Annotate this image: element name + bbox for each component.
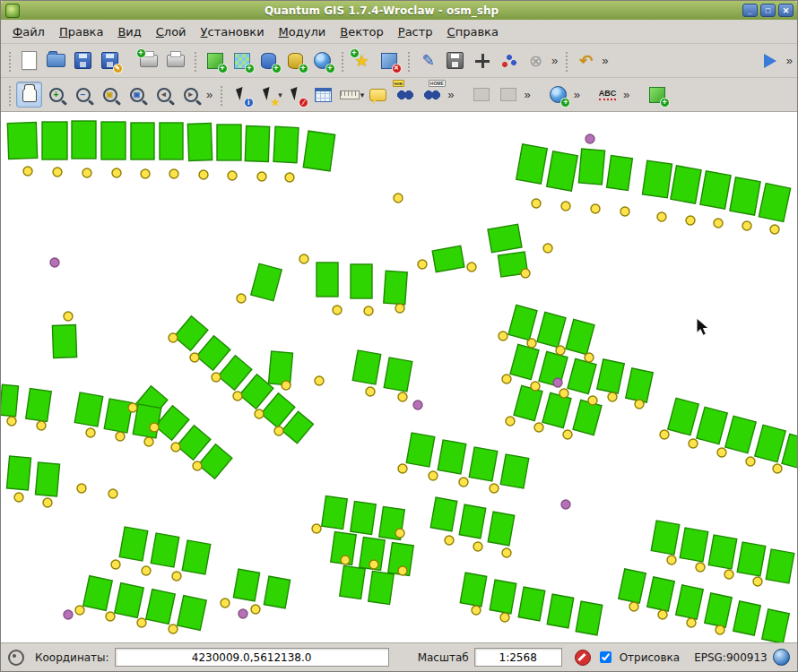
maximize-button[interactable]: □ xyxy=(760,4,776,17)
building-polygon xyxy=(178,596,207,631)
toolbar-overflow-button[interactable]: » xyxy=(446,88,455,101)
text-annotation-button[interactable] xyxy=(496,82,522,108)
crs-globe-icon[interactable] xyxy=(773,649,790,666)
menu-raster[interactable]: Растр xyxy=(392,22,439,41)
node-tool-button[interactable] xyxy=(496,47,522,73)
undo-button[interactable] xyxy=(573,47,599,73)
zoom-last-button[interactable] xyxy=(151,82,177,108)
show-bookmarks-button[interactable]: HOME xyxy=(419,82,445,108)
mouse-cursor xyxy=(697,318,708,335)
menu-file[interactable]: Файл xyxy=(6,22,51,41)
measure-button[interactable] xyxy=(337,82,363,108)
map-tip-bubble-icon xyxy=(369,85,388,105)
toolbar-overflow-button[interactable]: » xyxy=(785,54,794,67)
coordinates-input[interactable] xyxy=(115,648,389,667)
menu-view[interactable]: Вид xyxy=(111,22,147,41)
zoom-out-button[interactable] xyxy=(70,82,96,108)
point-feature xyxy=(23,167,32,176)
toolbar-overflow-button[interactable]: » xyxy=(600,54,610,67)
toolbar-grip[interactable] xyxy=(7,50,12,72)
delete-selected-button[interactable] xyxy=(523,47,549,73)
minimize-button[interactable]: _ xyxy=(742,4,758,17)
building-polygon xyxy=(351,264,372,298)
zoom-in-icon xyxy=(47,85,66,105)
map-canvas[interactable] xyxy=(1,112,797,642)
building-polygon xyxy=(245,126,269,162)
print-button[interactable] xyxy=(162,47,188,73)
render-checkbox[interactable] xyxy=(600,651,612,663)
toolbar-grip[interactable] xyxy=(7,84,12,106)
menu-vector[interactable]: Вектор xyxy=(334,22,390,41)
deselect-features-button[interactable] xyxy=(283,82,309,108)
toolbar-grip[interactable] xyxy=(564,50,568,72)
new-shapefile-layer-button[interactable] xyxy=(349,47,375,73)
point-feature xyxy=(502,375,511,383)
close-button[interactable]: ✕ xyxy=(778,4,794,17)
zoom-to-selection-button[interactable] xyxy=(124,82,150,108)
identify-button[interactable] xyxy=(228,82,254,108)
stop-render-icon[interactable] xyxy=(575,650,591,666)
building-polygon xyxy=(72,121,96,159)
toolbar-overflow-button[interactable]: » xyxy=(572,88,582,101)
point-feature xyxy=(169,169,178,178)
menu-plugins[interactable]: Модули xyxy=(273,22,333,41)
point-feature xyxy=(502,548,511,557)
new-bookmark-button[interactable]: нов xyxy=(392,82,418,108)
toolbar-overflow-button[interactable]: » xyxy=(550,54,559,67)
pan-button[interactable] xyxy=(16,82,42,108)
add-raster-layer-icon xyxy=(232,51,252,71)
select-features-button[interactable] xyxy=(255,82,281,108)
add-vector-layer-button[interactable] xyxy=(202,47,228,73)
point-feature xyxy=(190,353,199,362)
building-polygon xyxy=(514,385,542,420)
open-attribute-table-button[interactable] xyxy=(310,82,336,108)
building-polygon xyxy=(317,263,338,297)
building-polygon xyxy=(671,166,701,203)
building-polygon xyxy=(251,263,282,301)
move-feature-button[interactable] xyxy=(469,47,495,73)
point-feature xyxy=(7,417,16,426)
toolbar-grip[interactable] xyxy=(193,50,197,72)
point-feature xyxy=(116,432,125,441)
toggle-editing-button[interactable] xyxy=(415,47,441,73)
add-raster-layer-button[interactable] xyxy=(229,47,255,73)
toolbar-overflow-button[interactable]: » xyxy=(621,88,631,101)
building-polygon xyxy=(131,123,154,159)
save-project-as-button[interactable] xyxy=(97,47,123,73)
web-globe-button[interactable] xyxy=(545,82,571,108)
new-print-composer-button[interactable] xyxy=(135,47,161,73)
zoom-in-button[interactable] xyxy=(43,82,69,108)
menu-edit[interactable]: Правка xyxy=(53,22,109,41)
scale-input[interactable] xyxy=(474,648,562,667)
toolbar-overflow-button[interactable]: » xyxy=(523,88,533,101)
building-polygon xyxy=(490,580,516,614)
menu-help[interactable]: Справка xyxy=(441,22,505,41)
whats-this-button[interactable] xyxy=(758,47,784,73)
zoom-full-button[interactable] xyxy=(97,82,123,108)
add-postgis-layer-button[interactable] xyxy=(256,47,282,73)
toolbar-grip[interactable] xyxy=(219,84,223,106)
remove-layer-button[interactable] xyxy=(376,47,402,73)
zoom-next-button[interactable] xyxy=(178,82,204,108)
new-project-button[interactable] xyxy=(16,47,42,73)
menu-layer[interactable]: Слой xyxy=(150,22,193,41)
labeling-button[interactable]: ABC xyxy=(594,82,620,108)
toolbar-grip[interactable] xyxy=(340,50,344,72)
zoom-last-icon xyxy=(154,85,174,105)
menu-settings[interactable]: Установки xyxy=(195,22,271,41)
titlebar[interactable]: Quantum GIS 1.7.4-Wroclaw - osm_shp _ □ … xyxy=(1,1,797,20)
toolbar-grip[interactable] xyxy=(406,50,411,72)
save-edits-button[interactable] xyxy=(442,47,468,73)
toolbar-overflow-button[interactable]: » xyxy=(204,88,214,101)
building-polygon xyxy=(576,601,603,635)
point-feature xyxy=(527,339,536,348)
map-composer-button[interactable] xyxy=(644,82,670,108)
map-tips-button[interactable] xyxy=(365,82,391,108)
annotation-button[interactable] xyxy=(469,82,495,108)
add-spatialite-layer-button[interactable] xyxy=(282,47,308,73)
save-project-button[interactable] xyxy=(70,47,96,73)
open-project-button[interactable] xyxy=(43,47,69,73)
save-icon xyxy=(74,51,93,71)
extents-icon[interactable] xyxy=(8,650,24,666)
add-wms-layer-button[interactable] xyxy=(309,47,335,73)
